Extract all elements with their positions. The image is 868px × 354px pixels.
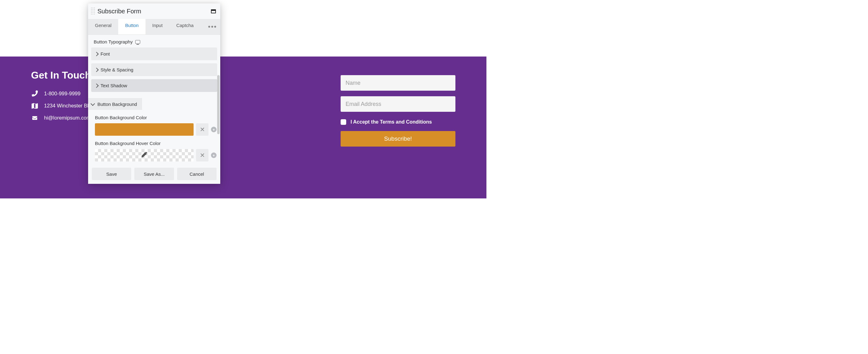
bg-color-block: Button Background Color ✕ +	[88, 110, 220, 137]
tab-captcha[interactable]: Captcha	[169, 19, 200, 34]
accordion-font[interactable]: Font	[91, 48, 217, 60]
page-footer: Get In Touch! 1-800-999-9999 1234 Winche…	[0, 57, 487, 199]
save-as-button[interactable]: Save As...	[134, 168, 174, 180]
bg-section-label: Button Background	[97, 101, 137, 107]
close-icon: ✕	[200, 151, 205, 159]
panel-tabs: General Button Input Captcha •••	[88, 19, 220, 35]
email-input[interactable]	[341, 96, 456, 112]
tab-general[interactable]: General	[88, 19, 118, 34]
phone-icon	[31, 90, 38, 96]
bg-hover-label: Button Background Hover Color	[95, 141, 217, 146]
chevron-right-icon	[94, 67, 99, 72]
tab-button[interactable]: Button	[118, 19, 145, 34]
tab-input[interactable]: Input	[146, 19, 169, 34]
typography-section-label: Button Typography	[88, 35, 220, 48]
chevron-right-icon	[94, 83, 99, 88]
panel-title: Subscribe Form	[97, 8, 211, 15]
window-mode-icon[interactable]	[211, 9, 216, 13]
clear-hover-color-button[interactable]: ✕	[196, 149, 209, 161]
panel-footer: Save Save As... Cancel	[88, 164, 220, 184]
close-icon: ✕	[200, 126, 205, 133]
contact-email-text: hi@loremipsum.com	[44, 115, 91, 121]
responsive-icon[interactable]	[135, 40, 140, 44]
typography-section-text: Button Typography	[94, 39, 133, 45]
scrollbar[interactable]	[217, 75, 220, 134]
tab-more[interactable]: •••	[205, 19, 220, 34]
accordion-font-label: Font	[100, 51, 110, 57]
save-button[interactable]: Save	[92, 168, 131, 180]
envelope-icon	[31, 116, 38, 120]
contact-phone-text: 1-800-999-9999	[44, 91, 80, 96]
accordion-style-spacing[interactable]: Style & Spacing	[91, 63, 217, 76]
add-hover-color-button[interactable]: +	[211, 152, 217, 158]
accordion-style-label: Style & Spacing	[100, 67, 133, 72]
bg-section-header[interactable]: Button Background	[88, 98, 142, 110]
drag-grip-icon[interactable]	[91, 7, 95, 15]
chevron-right-icon	[94, 52, 99, 56]
clear-color-button[interactable]: ✕	[196, 123, 209, 136]
subscribe-button[interactable]: Subscribe!	[341, 131, 456, 147]
subscribe-form: I Accept the Terms and Conditions Subscr…	[341, 75, 456, 147]
accordion-text-shadow[interactable]: Text Shadow	[91, 79, 217, 92]
panel-body: Button Typography Font Style & Spacing T…	[88, 35, 220, 164]
cancel-button[interactable]: Cancel	[177, 168, 217, 180]
bg-color-swatch[interactable]	[95, 123, 193, 136]
accordion-shadow-label: Text Shadow	[100, 83, 127, 88]
terms-label: I Accept the Terms and Conditions	[350, 119, 432, 125]
bg-hover-block: Button Background Hover Color ✕ +	[88, 137, 220, 163]
panel-header[interactable]: Subscribe Form	[88, 3, 220, 19]
eyedropper-icon	[142, 152, 147, 159]
map-icon	[31, 103, 38, 109]
properties-panel: Subscribe Form General Button Input Capt…	[88, 3, 220, 184]
add-color-button[interactable]: +	[211, 127, 217, 132]
chevron-down-icon	[91, 101, 95, 106]
bg-color-label: Button Background Color	[95, 115, 217, 120]
bg-hover-swatch[interactable]	[95, 149, 193, 161]
name-input[interactable]	[341, 75, 456, 91]
terms-checkbox[interactable]	[341, 119, 346, 125]
